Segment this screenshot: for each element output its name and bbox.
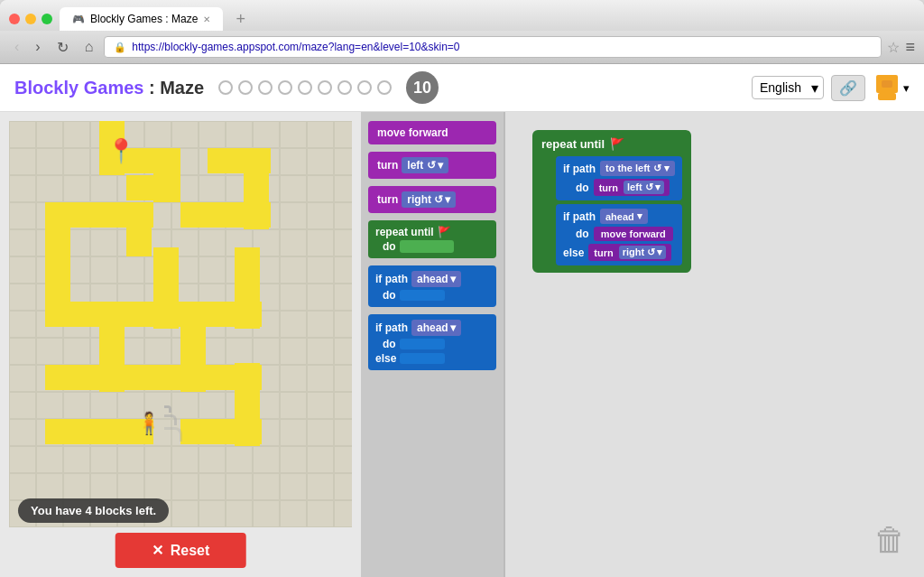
player-character: 🧍	[135, 405, 182, 442]
blocks-label: blocks left.	[95, 504, 156, 517]
trash-icon[interactable]: 🗑	[873, 521, 906, 559]
svg-rect-11	[153, 247, 179, 329]
level-badge[interactable]: 10	[406, 71, 439, 104]
turn-right-option[interactable]: right ↺ ▾	[402, 191, 456, 208]
level-dot-9[interactable]	[377, 80, 392, 95]
do-label-3: do	[383, 338, 396, 350]
browser-tab[interactable]: 🎮 Blockly Games : Maze ✕	[60, 7, 223, 31]
level-dot-2[interactable]	[238, 80, 253, 95]
toolbox-if-path-1[interactable]: if path ahead ▾ do	[368, 265, 496, 307]
do-label-2: do	[383, 289, 396, 302]
tab-close-icon[interactable]: ✕	[203, 14, 210, 24]
move-forward-ws-block[interactable]: move forward	[594, 227, 673, 241]
reset-icon: ✕	[152, 542, 163, 559]
level-dot-6[interactable]	[318, 80, 332, 95]
app-header: Blockly Games : Maze 10 English	[0, 64, 924, 112]
do-label-1: do	[383, 240, 396, 253]
app-title: Blockly Games : Maze	[14, 78, 204, 98]
chevron-down-left-icon: ▾	[664, 163, 670, 174]
bookmark-button[interactable]: ☆	[887, 39, 900, 56]
svg-rect-27	[180, 419, 262, 444]
if-label-1: if path	[375, 273, 408, 285]
toolbox-if-path-2[interactable]: if path ahead ▾ do else	[368, 314, 496, 370]
level-dot-8[interactable]	[357, 80, 372, 95]
svg-rect-22	[208, 148, 271, 173]
app-content: Blockly Games : Maze 10 English	[0, 64, 924, 577]
goal-pin: 📍	[106, 137, 135, 165]
maximize-button[interactable]	[42, 14, 52, 24]
to-left-option[interactable]: to the left ↺ ▾	[600, 161, 675, 176]
do-move-forward-row: do move forward	[576, 227, 675, 241]
turn-left-option[interactable]: left ↺ ▾	[402, 157, 448, 173]
main-area: 📍 🧍 You have 4	[0, 112, 924, 577]
ahead-option-ws[interactable]: ahead ▾	[600, 209, 648, 224]
svg-rect-24	[206, 302, 262, 327]
turn-right-ws-label: turn	[594, 247, 613, 258]
maze-background	[9, 121, 352, 527]
toolbox-repeat-until[interactable]: repeat until 🚩 do	[368, 220, 496, 258]
do-label-ws1: do	[576, 181, 589, 194]
header-right: English 🔗 ▾	[752, 73, 910, 102]
repeat-until-ws-label: repeat until	[541, 137, 605, 151]
chevron-down-icon-2: ▾	[445, 193, 450, 206]
left-option-inline[interactable]: left ↺ ▾	[624, 181, 664, 194]
home-button[interactable]: ⌂	[79, 37, 99, 57]
if-path-option-1[interactable]: ahead ▾	[411, 271, 461, 287]
repeat-flag-ws-icon: 🚩	[610, 137, 624, 151]
app-title-part2: Maze	[160, 78, 204, 98]
if-path-ahead-block[interactable]: if path ahead ▾ do	[556, 204, 682, 265]
svg-rect-1	[882, 80, 892, 88]
status-text: You have	[31, 504, 82, 517]
nav-toolbar: ‹ › ↻ ⌂ 🔒 https://blockly-games.appspot.…	[0, 31, 924, 64]
lock-icon: 🔒	[114, 42, 126, 53]
tab-title: Blockly Games : Maze	[90, 13, 198, 25]
close-button[interactable]	[9, 14, 20, 24]
chevron-down-icon: ▾	[438, 159, 443, 172]
app-title-part1: Blockly Games	[14, 78, 143, 98]
toolbox-turn-right[interactable]: turn right ↺ ▾	[368, 186, 496, 213]
avatar-button[interactable]: ▾	[873, 73, 910, 102]
reset-button[interactable]: ✕ Reset	[116, 533, 246, 568]
toolbox-move-forward[interactable]: move forward	[368, 121, 496, 144]
chevron-turn-right-icon: ▾	[657, 247, 662, 258]
level-dot-5[interactable]	[298, 80, 312, 95]
signal-wave-3	[164, 427, 182, 442]
signal-wave-1	[164, 405, 171, 413]
level-dot-7[interactable]	[337, 80, 352, 95]
move-forward-label: move forward	[377, 126, 448, 139]
if-path-left-block[interactable]: if path to the left ↺ ▾ do	[556, 156, 682, 200]
level-dot-4[interactable]	[278, 80, 292, 95]
turn-right-ws-block[interactable]: turn right ↺ ▾	[588, 244, 671, 261]
browser-window: 🎮 Blockly Games : Maze ✕ + ‹ › ↻ ⌂ 🔒 htt…	[0, 0, 924, 577]
turn-left-ws-option[interactable]: turn left ↺ ▾	[594, 179, 670, 196]
level-dots	[218, 80, 392, 95]
do-slot-1	[400, 240, 454, 253]
level-dot-1[interactable]	[218, 80, 233, 95]
repeat-until-block[interactable]: repeat until 🚩 if path to the left ↺	[532, 130, 691, 273]
minimize-button[interactable]	[25, 14, 36, 24]
reset-area: ✕ Reset	[116, 533, 246, 568]
if-label-2: if path	[375, 321, 408, 334]
forward-button[interactable]: ›	[30, 37, 45, 57]
menu-button[interactable]: ≡	[905, 38, 915, 57]
back-button[interactable]: ‹	[9, 37, 24, 57]
workspace[interactable]: repeat until 🚩 if path to the left ↺	[505, 112, 924, 577]
chevron-down-icon-4: ▾	[450, 321, 456, 334]
right-option-inline[interactable]: right ↺ ▾	[619, 246, 667, 259]
if-path-ahead-label: if path	[563, 210, 596, 223]
signal-wave-2	[164, 414, 177, 425]
chevron-down-ahead-icon: ▾	[637, 210, 642, 222]
maze-canvas: 📍 🧍	[9, 121, 352, 527]
language-select[interactable]: English	[752, 76, 824, 99]
level-dot-3[interactable]	[258, 80, 273, 95]
app-title-sep: :	[149, 78, 160, 98]
refresh-button[interactable]: ↻	[51, 37, 74, 58]
if-path-option-2[interactable]: ahead ▾	[411, 320, 461, 336]
new-tab-button[interactable]: +	[230, 10, 251, 29]
turn-right-label: turn	[377, 193, 398, 206]
link-button[interactable]: 🔗	[831, 75, 865, 101]
else-turn-right-row: else turn right ↺ ▾	[563, 244, 675, 261]
address-bar[interactable]: 🔒 https://blockly-games.appspot.com/maze…	[104, 36, 882, 58]
toolbox-turn-left[interactable]: turn left ↺ ▾	[368, 152, 496, 179]
reset-label: Reset	[171, 543, 210, 559]
